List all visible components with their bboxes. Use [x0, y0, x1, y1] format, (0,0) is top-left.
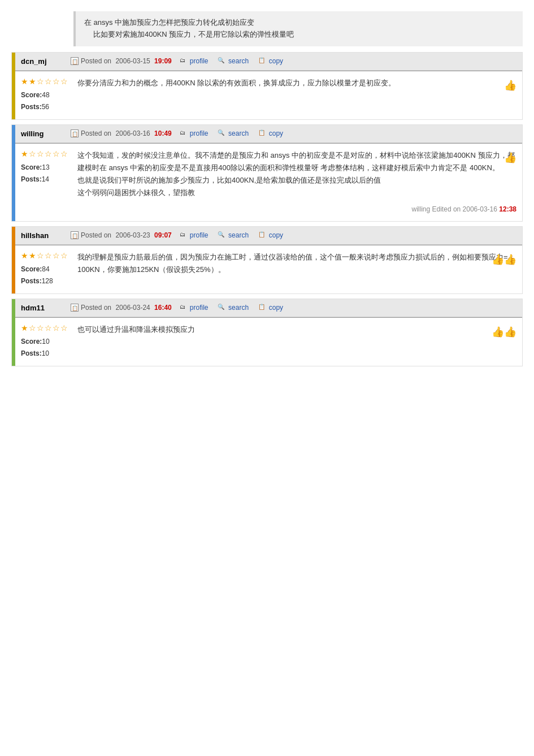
reply-body-dcn_mj: ★★☆☆☆☆ Score:48 Posts:56 👍 你要分清应力和力的概念，用… — [15, 71, 522, 119]
reply-block-hdm11: hdm11 📋 Posted on 2006-03-24 16:40 🗂 pro… — [11, 299, 523, 366]
reply-meta-actions-hdm11: 🗂 profile 🔍 search 📋 copy — [179, 304, 283, 312]
replies-container: dcn_mj 📋 Posted on 2006-03-15 19:09 🗂 pr… — [0, 52, 534, 366]
search-link-willing[interactable]: search — [228, 129, 249, 137]
profile-icon-hdm11: 🗂 — [179, 304, 186, 312]
copy-link-willing[interactable]: copy — [269, 129, 283, 137]
reply-time-hdm11: 16:40 — [154, 304, 172, 312]
reply-edited-willing: willing Edited on 2006-03-16 12:38 — [77, 204, 516, 215]
reply-meta-dcn_mj: 📋 Posted on 2006-03-15 19:09 — [71, 57, 172, 65]
search-icon-hdm11: 🔍 — [217, 304, 225, 312]
question-line2: 比如要对索施加400KN 预应力，不是用它除以索的弹性模量吧 — [84, 29, 514, 41]
reply-user-info-dcn_mj: ★★☆☆☆☆ Score:48 Posts:56 — [21, 77, 77, 114]
search-icon-hillshan: 🔍 — [217, 231, 225, 239]
copy-icon-dcn_mj: 📋 — [258, 57, 266, 65]
reply-block-willing: willing 📋 Posted on 2006-03-16 10:49 🗂 p… — [11, 124, 523, 222]
profile-icon-dcn_mj: 🗂 — [179, 57, 186, 65]
reply-time-willing: 10:49 — [154, 129, 172, 137]
profile-link-hillshan[interactable]: profile — [190, 231, 209, 239]
reply-username-hillshan: hillshan — [21, 231, 66, 240]
reply-meta-hdm11: 📋 Posted on 2006-03-24 16:40 — [71, 304, 172, 312]
thumb-icon-dcn_mj: 👍 — [504, 80, 516, 91]
posts-hdm11: Posts:10 — [21, 348, 72, 360]
profile-link-willing[interactable]: profile — [190, 129, 209, 137]
reply-block-hillshan: hillshan 📋 Posted on 2006-03-23 09:07 🗂 … — [11, 226, 523, 294]
reply-text-hdm11: 👍👍 也可以通过升温和降温来模拟预应力 — [77, 323, 516, 360]
question-line1: 在 ansys 中施加预应力怎样把预应力转化成初始应变 — [84, 17, 514, 29]
reply-header-willing: willing 📋 Posted on 2006-03-16 10:49 🗂 p… — [15, 125, 522, 143]
reply-time-hillshan: 09:07 — [154, 231, 172, 239]
posted-icon-hdm11: 📋 — [71, 304, 79, 312]
reply-block-dcn_mj: dcn_mj 📋 Posted on 2006-03-15 19:09 🗂 pr… — [11, 52, 523, 120]
star-rating-willing: ★☆☆☆☆☆ — [21, 149, 72, 158]
posts-hillshan: Posts:128 — [21, 275, 72, 288]
posts-willing: Posts:14 — [21, 174, 72, 186]
reply-body-hdm11: ★☆☆☆☆☆ Score:10 Posts:10 👍👍 也可以通过升温和降温来模… — [15, 318, 522, 366]
reply-text-willing: 👍 这个我知道，发的时候没注意单位。我不清楚的是预应力和 ansys 中的初应变… — [77, 149, 516, 215]
reply-header-hillshan: hillshan 📋 Posted on 2006-03-23 09:07 🗂 … — [15, 227, 522, 245]
profile-icon-willing: 🗂 — [179, 129, 186, 137]
reply-posted-label-dcn_mj: Posted on — [81, 57, 113, 65]
posted-icon-hillshan: 📋 — [71, 231, 79, 239]
score-hillshan: Score:84 — [21, 263, 72, 276]
reply-username-hdm11: hdm11 — [21, 304, 66, 312]
reply-body-hillshan: ★★☆☆☆☆ Score:84 Posts:128 👍👍 我的理解是预应力筋最后… — [15, 245, 522, 293]
thumb-icon-willing: 👍 — [504, 152, 516, 163]
copy-link-dcn_mj[interactable]: copy — [269, 57, 283, 65]
profile-icon-hillshan: 🗂 — [179, 231, 186, 239]
reply-date-willing: 2006-03-16 — [115, 129, 152, 137]
score-dcn_mj: Score:48 — [21, 89, 72, 102]
copy-icon-hillshan: 📋 — [258, 231, 266, 239]
reply-body-willing: ★☆☆☆☆☆ Score:13 Posts:14 👍 这个我知道，发的时候没注意… — [15, 144, 522, 221]
search-link-hillshan[interactable]: search — [228, 231, 249, 239]
copy-link-hillshan[interactable]: copy — [269, 231, 283, 239]
search-icon-dcn_mj: 🔍 — [217, 57, 225, 65]
thumb-area-hdm11: 👍👍 — [492, 323, 516, 341]
reply-meta-willing: 📋 Posted on 2006-03-16 10:49 — [71, 129, 172, 137]
posts-dcn_mj: Posts:56 — [21, 101, 72, 114]
profile-link-hdm11[interactable]: profile — [190, 304, 209, 312]
thumb-area-dcn_mj: 👍 — [504, 77, 516, 94]
reply-username-dcn_mj: dcn_mj — [21, 57, 66, 66]
reply-meta-actions-dcn_mj: 🗂 profile 🔍 search 📋 copy — [179, 57, 283, 66]
reply-posted-label-hdm11: Posted on — [81, 304, 113, 312]
star-rating-dcn_mj: ★★☆☆☆☆ — [21, 77, 72, 86]
score-hdm11: Score:10 — [21, 336, 72, 348]
reply-time-dcn_mj: 19:09 — [154, 57, 172, 65]
reply-content-hillshan: hillshan 📋 Posted on 2006-03-23 09:07 🗂 … — [15, 227, 522, 293]
search-link-dcn_mj[interactable]: search — [228, 57, 249, 65]
copy-icon-hdm11: 📋 — [258, 304, 266, 312]
reply-text-hillshan: 👍👍 我的理解是预应力筋最后的值，因为预应力在施工时，通过仪器读给的值，这个值一… — [77, 251, 516, 288]
reply-content-dcn_mj: dcn_mj 📋 Posted on 2006-03-15 19:09 🗂 pr… — [15, 53, 522, 119]
score-willing: Score:13 — [21, 162, 72, 174]
search-icon-willing: 🔍 — [217, 129, 225, 137]
reply-content-willing: willing 📋 Posted on 2006-03-16 10:49 🗂 p… — [15, 125, 522, 221]
reply-text-dcn_mj: 👍 你要分清应力和力的概念，用400KN 除以索的有效面积，换算成应力，应力除以… — [77, 77, 516, 114]
copy-icon-willing: 📋 — [258, 129, 266, 137]
reply-meta-hillshan: 📋 Posted on 2006-03-23 09:07 — [71, 231, 172, 239]
reply-posted-label-willing: Posted on — [81, 129, 113, 137]
reply-meta-actions-hillshan: 🗂 profile 🔍 search 📋 copy — [179, 231, 283, 240]
copy-link-hdm11[interactable]: copy — [269, 304, 283, 312]
thumb-icon-hillshan: 👍👍 — [492, 254, 516, 265]
star-rating-hillshan: ★★☆☆☆☆ — [21, 251, 72, 260]
page-wrapper: 在 ansys 中施加预应力怎样把预应力转化成初始应变 比如要对索施加400KN… — [0, 0, 534, 377]
reply-username-willing: willing — [21, 129, 66, 138]
reply-content-hdm11: hdm11 📋 Posted on 2006-03-24 16:40 🗂 pro… — [15, 299, 522, 366]
star-rating-hdm11: ★☆☆☆☆☆ — [21, 323, 72, 332]
profile-link-dcn_mj[interactable]: profile — [190, 57, 209, 65]
reply-user-info-hdm11: ★☆☆☆☆☆ Score:10 Posts:10 — [21, 323, 77, 360]
reply-date-hdm11: 2006-03-24 — [115, 304, 152, 312]
question-block: 在 ansys 中施加预应力怎样把预应力转化成初始应变 比如要对索施加400KN… — [73, 11, 523, 46]
reply-posted-label-hillshan: Posted on — [81, 231, 113, 239]
reply-meta-actions-willing: 🗂 profile 🔍 search 📋 copy — [179, 129, 283, 138]
reply-date-dcn_mj: 2006-03-15 — [115, 57, 152, 65]
search-link-hdm11[interactable]: search — [228, 304, 249, 312]
thumb-area-hillshan: 👍👍 — [492, 251, 516, 269]
posted-icon-willing: 📋 — [71, 129, 79, 137]
reply-user-info-willing: ★☆☆☆☆☆ Score:13 Posts:14 — [21, 149, 77, 215]
reply-date-hillshan: 2006-03-23 — [115, 231, 152, 239]
reply-user-info-hillshan: ★★☆☆☆☆ Score:84 Posts:128 — [21, 251, 77, 288]
posted-icon-dcn_mj: 📋 — [71, 57, 79, 65]
thumb-area-willing: 👍 — [504, 149, 516, 167]
reply-header-hdm11: hdm11 📋 Posted on 2006-03-24 16:40 🗂 pro… — [15, 299, 522, 317]
